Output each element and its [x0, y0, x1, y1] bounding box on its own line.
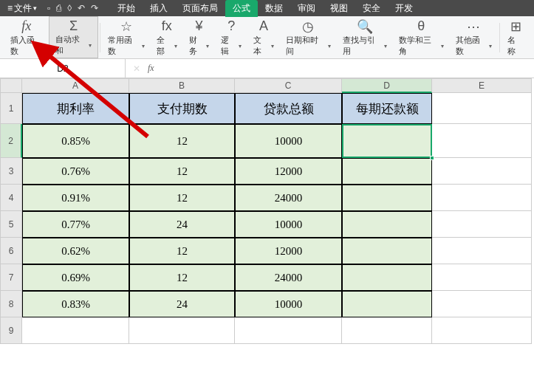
quick-access-toolbar: ▫ ⎙ ◊ ↶ ↷ — [41, 3, 104, 13]
tab-dev[interactable]: 开发 — [388, 0, 420, 17]
select-all-corner[interactable] — [0, 78, 22, 93]
cell-B9[interactable] — [129, 317, 235, 344]
file-menu[interactable]: ≡ 文件 ▾ — [3, 2, 41, 15]
cell-A9[interactable] — [22, 317, 129, 344]
cell-C7[interactable]: 24000 — [235, 264, 342, 291]
undo-icon[interactable]: ↶ — [78, 3, 85, 13]
cell-C6[interactable]: 12000 — [235, 238, 342, 264]
cell-E2[interactable] — [432, 124, 532, 158]
cell-E7[interactable] — [432, 264, 532, 291]
autosum-button[interactable]: Σ 自动求和▾ — [49, 16, 99, 58]
name-box[interactable] — [30, 62, 96, 75]
tab-data[interactable]: 数据 — [258, 0, 290, 17]
cell-C9[interactable] — [235, 317, 342, 344]
tab-insert[interactable]: 插入 — [143, 0, 175, 17]
cell-D9[interactable] — [342, 317, 432, 344]
cancel-icon[interactable]: ✕ — [133, 63, 140, 74]
formula-input[interactable] — [162, 62, 534, 75]
cell-E5[interactable] — [432, 211, 532, 238]
cell-B8[interactable]: 24 — [129, 291, 235, 317]
cell-C8[interactable]: 10000 — [235, 291, 342, 317]
all-functions-button[interactable]: fx 全部▾ — [151, 16, 183, 58]
tab-home[interactable]: 开始 — [110, 0, 143, 17]
cell-A4[interactable]: 0.91% — [22, 185, 129, 211]
lookup-button[interactable]: 🔍 查找与引用▾ — [337, 16, 394, 58]
tab-layout[interactable]: 页面布局 — [175, 0, 225, 17]
tab-formula[interactable]: 公式 — [225, 0, 258, 17]
cell-A5[interactable]: 0.77% — [22, 211, 129, 238]
tab-security[interactable]: 安全 — [355, 0, 388, 17]
cell-B6[interactable]: 12 — [129, 238, 235, 264]
cell-E3[interactable] — [432, 158, 532, 185]
cell-B5[interactable]: 24 — [129, 211, 235, 238]
other-functions-button[interactable]: ⋯ 其他函数▾ — [450, 16, 499, 58]
print-icon[interactable]: ⎙ — [56, 3, 61, 13]
save-icon[interactable]: ▫ — [47, 3, 50, 13]
fx-icon[interactable]: fx — [148, 63, 154, 74]
cell-E6[interactable] — [432, 238, 532, 264]
cell-D4[interactable] — [342, 185, 432, 211]
insert-function-button[interactable]: fx 插入函数 — [4, 16, 49, 58]
cell-A8[interactable]: 0.83% — [22, 291, 129, 317]
fill-handle[interactable] — [430, 156, 434, 160]
cell-C3[interactable]: 12000 — [235, 158, 342, 185]
cell-C4[interactable]: 24000 — [235, 185, 342, 211]
file-label: 文件 — [14, 2, 32, 15]
tab-view[interactable]: 视图 — [323, 0, 355, 17]
datetime-button[interactable]: ◷ 日期和时间▾ — [280, 16, 337, 58]
math-button[interactable]: θ 数学和三角▾ — [393, 16, 450, 58]
row-header-1[interactable]: 1 — [0, 93, 22, 124]
cell-C2[interactable]: 10000 — [235, 124, 342, 158]
col-header-A[interactable]: A — [22, 78, 129, 93]
cell-D8[interactable] — [342, 291, 432, 317]
cell-E9[interactable] — [432, 317, 532, 344]
redo-icon[interactable]: ↷ — [91, 3, 98, 13]
text-button[interactable]: A 文本▾ — [247, 16, 280, 58]
cell-D5[interactable] — [342, 211, 432, 238]
row-header-5[interactable]: 5 — [0, 211, 22, 238]
cell-B7[interactable]: 12 — [129, 264, 235, 291]
tab-review[interactable]: 审阅 — [290, 0, 323, 17]
col-header-D[interactable]: D — [342, 78, 432, 93]
spreadsheet-grid: A B C D E 1 期利率 支付期数 贷款总额 每期还款额 2 0.85% … — [0, 78, 534, 344]
row-header-8[interactable]: 8 — [0, 291, 22, 317]
row-header-4[interactable]: 4 — [0, 185, 22, 211]
cell-A3[interactable]: 0.76% — [22, 158, 129, 185]
cell-B4[interactable]: 12 — [129, 185, 235, 211]
name-icon: ⊞ — [510, 18, 521, 35]
recent-functions-button[interactable]: ☆ 常用函数▾ — [102, 16, 151, 58]
col-header-B[interactable]: B — [129, 78, 235, 93]
cell-D2[interactable] — [342, 124, 432, 158]
cell-A1[interactable]: 期利率 — [22, 93, 129, 124]
cell-A6[interactable]: 0.62% — [22, 238, 129, 264]
cell-D7[interactable] — [342, 264, 432, 291]
row-header-6[interactable]: 6 — [0, 238, 22, 264]
cell-E1[interactable] — [432, 93, 532, 124]
financial-button[interactable]: ¥ 财务▾ — [183, 16, 216, 58]
row-header-3[interactable]: 3 — [0, 158, 22, 185]
cell-B3[interactable]: 12 — [129, 158, 235, 185]
cell-B2[interactable]: 12 — [129, 124, 235, 158]
menubar: ≡ 文件 ▾ ▫ ⎙ ◊ ↶ ↷ 开始 插入 页面布局 公式 数据 审阅 视图 … — [0, 0, 534, 16]
cell-C5[interactable]: 10000 — [235, 211, 342, 238]
row-header-9[interactable]: 9 — [0, 317, 22, 344]
logical-icon: ? — [227, 18, 235, 34]
cell-C1[interactable]: 贷款总额 — [235, 93, 342, 124]
cell-B1[interactable]: 支付期数 — [129, 93, 235, 124]
cell-A2[interactable]: 0.85% — [22, 124, 129, 158]
cell-D6[interactable] — [342, 238, 432, 264]
col-header-E[interactable]: E — [432, 78, 532, 93]
logical-button[interactable]: ? 逻辑▾ — [215, 16, 247, 58]
col-header-C[interactable]: C — [235, 78, 342, 93]
row-header-7[interactable]: 7 — [0, 264, 22, 291]
cell-E4[interactable] — [432, 185, 532, 211]
cell-A7[interactable]: 0.69% — [22, 264, 129, 291]
preview-icon[interactable]: ◊ — [67, 3, 72, 13]
chevron-down-icon: ▾ — [89, 42, 92, 49]
row-header-2[interactable]: 2 — [0, 124, 22, 158]
text-icon: A — [259, 18, 268, 34]
name-manager-button[interactable]: ⊞ 名称 — [502, 16, 530, 58]
cell-D3[interactable] — [342, 158, 432, 185]
cell-E8[interactable] — [432, 291, 532, 317]
cell-D1[interactable]: 每期还款额 — [342, 93, 432, 124]
